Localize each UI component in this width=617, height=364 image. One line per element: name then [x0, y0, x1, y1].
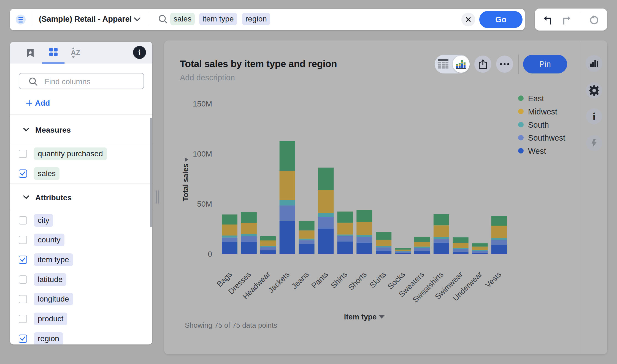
svg-text:Southwest: Southwest	[528, 133, 565, 142]
svg-text:Skirts: Skirts	[368, 270, 388, 289]
svg-text:item type: item type	[344, 313, 377, 321]
svg-text:Shorts: Shorts	[347, 270, 368, 292]
svg-text:Total sales: Total sales	[182, 163, 190, 201]
svg-text:Shirts: Shirts	[329, 270, 349, 290]
svg-text:100M: 100M	[193, 150, 212, 158]
svg-text:Jeans: Jeans	[290, 270, 310, 291]
svg-text:150M: 150M	[193, 100, 212, 108]
svg-text:0: 0	[208, 250, 212, 258]
svg-text:East: East	[528, 94, 544, 103]
svg-text:South: South	[528, 121, 549, 129]
svg-text:Pants: Pants	[310, 270, 330, 290]
svg-text:AZ: AZ	[71, 48, 80, 57]
svg-text:West: West	[528, 147, 546, 155]
svg-text:Midwest: Midwest	[528, 107, 557, 116]
svg-text:50M: 50M	[197, 200, 212, 208]
svg-text:Jackets: Jackets	[267, 270, 291, 294]
svg-text:Showing 75 of 75 data points: Showing 75 of 75 data points	[185, 321, 277, 329]
svg-text:Vests: Vests	[484, 270, 503, 289]
